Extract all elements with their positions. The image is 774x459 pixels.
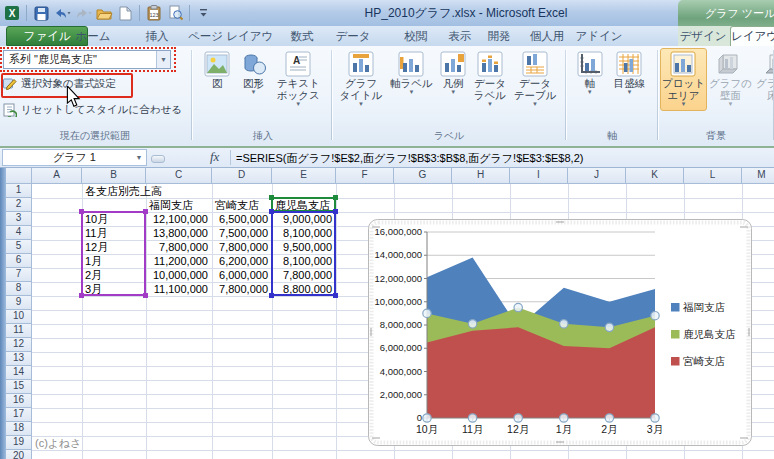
cell-D6[interactable]: 6,200,000 [212, 254, 272, 268]
tab-page-layout[interactable]: ページ レイアウト [188, 26, 272, 46]
row-header-2[interactable]: 2 [6, 198, 32, 212]
column-header-L[interactable]: L [684, 168, 742, 184]
print-preview-icon[interactable] [166, 4, 184, 22]
row-header-17[interactable]: 17 [6, 408, 32, 422]
cell-B3[interactable]: 10月 [82, 212, 146, 226]
shapes-button[interactable]: 図形▼ [239, 48, 269, 111]
tab-developer[interactable]: 開発 [477, 26, 521, 46]
row-header-8[interactable]: 8 [6, 282, 32, 296]
undo-icon[interactable] [53, 4, 71, 22]
cell-E6[interactable]: 8,100,000 [272, 254, 336, 268]
cell-E2[interactable]: 鹿児島支店 [272, 198, 336, 212]
textbox-button[interactable]: Aテキストボックス▼ [275, 48, 322, 111]
cell-C7[interactable]: 10,000,000 [146, 268, 212, 282]
gridlines-button[interactable]: 目盛線▼ [612, 48, 648, 99]
insert-function-icon[interactable]: fx [210, 149, 219, 165]
qat-customize-icon[interactable] [195, 4, 213, 22]
cell-B4[interactable]: 11月 [82, 226, 146, 240]
cell-C5[interactable]: 7,800,000 [146, 240, 212, 254]
column-header-B[interactable]: B [82, 168, 146, 184]
row-header-18[interactable]: 18 [6, 422, 32, 436]
tab-formulas[interactable]: 数式 [276, 26, 328, 46]
tab-layout[interactable]: レイアウト [730, 26, 774, 46]
row-header-1[interactable]: 1 [6, 184, 32, 198]
tab-design[interactable]: デザイン [676, 26, 730, 46]
save-icon[interactable] [32, 4, 50, 22]
cell-E8[interactable]: 8,800,000 [272, 282, 336, 296]
formula-bar-handle[interactable] [151, 155, 165, 163]
row-header-14[interactable]: 14 [6, 366, 32, 380]
row-header-15[interactable]: 15 [6, 380, 32, 394]
row-header-9[interactable]: 9 [6, 296, 32, 310]
legend-button[interactable]: 凡例▼ [438, 48, 468, 111]
tab-addins[interactable]: アドイン [571, 26, 627, 46]
data-labels-button[interactable]: データラベル▼ [472, 48, 508, 111]
row-header-11[interactable]: 11 [6, 324, 32, 338]
row-header-20[interactable]: 20 [6, 450, 32, 459]
name-box[interactable]: グラフ 1 ▼ [2, 149, 147, 166]
column-header-G[interactable]: G [394, 168, 452, 184]
redo-icon[interactable] [74, 4, 92, 22]
tab-home[interactable]: ホーム [66, 26, 120, 46]
column-header-M[interactable]: M [742, 168, 774, 184]
axis-labels-button[interactable]: 軸ラベル▼ [388, 48, 435, 111]
tab-insert[interactable]: 挿入 [130, 26, 184, 46]
name-box-dropdown-icon[interactable]: ▼ [133, 151, 145, 164]
cell-C3[interactable]: 12,100,000 [146, 212, 212, 226]
chart[interactable]: 02,000,0004,000,0006,000,0008,000,00010,… [368, 219, 752, 446]
chart-title-button[interactable]: グラフタイトル▼ [338, 48, 385, 111]
row-header-4[interactable]: 4 [6, 226, 32, 240]
cell-B1[interactable]: 各支店別売上高 [82, 184, 210, 198]
data-table-button[interactable]: データテーブル▼ [512, 48, 559, 111]
row-header-10[interactable]: 10 [6, 310, 32, 324]
tab-personal[interactable]: 個人用 [521, 26, 573, 46]
cell-D5[interactable]: 7,800,000 [212, 240, 272, 254]
reset-to-match-style-button[interactable]: リセットしてスタイルに合わせる [3, 103, 182, 117]
column-header-I[interactable]: I [510, 168, 568, 184]
axes-button[interactable]: 軸▼ [575, 48, 605, 99]
paste-values-icon[interactable]: 123 [145, 4, 163, 22]
cell-C2[interactable]: 福岡支店 [146, 198, 212, 212]
cell-B5[interactable]: 12月 [82, 240, 146, 254]
column-header-D[interactable]: D [212, 168, 272, 184]
column-header-K[interactable]: K [626, 168, 684, 184]
tab-review[interactable]: 校閲 [392, 26, 440, 46]
cell-E4[interactable]: 8,100,000 [272, 226, 336, 240]
cell-C6[interactable]: 11,200,000 [146, 254, 212, 268]
cell-E5[interactable]: 9,500,000 [272, 240, 336, 254]
excel-logo-icon[interactable]: X [3, 4, 21, 22]
row-header-7[interactable]: 7 [6, 268, 32, 282]
row-header-16[interactable]: 16 [6, 394, 32, 408]
row-header-5[interactable]: 5 [6, 240, 32, 254]
cell-B6[interactable]: 1月 [82, 254, 146, 268]
open-folder-icon[interactable] [95, 4, 113, 22]
column-header-H[interactable]: H [452, 168, 510, 184]
plot-area-button[interactable]: プロットエリア▼ [660, 48, 707, 111]
column-header-A[interactable]: A [32, 168, 82, 184]
new-document-icon[interactable] [116, 4, 134, 22]
format-selection-button[interactable]: 選択対象の書式設定 [3, 77, 116, 91]
cell-D3[interactable]: 6,500,000 [212, 212, 272, 226]
cell-B7[interactable]: 2月 [82, 268, 146, 282]
select-all-corner[interactable] [6, 168, 32, 184]
cell-C4[interactable]: 13,800,000 [146, 226, 212, 240]
formula-input[interactable]: =SERIES(面グラフ!$E$2,面グラフ!$B$3:$B$8,面グラフ!$E… [236, 151, 770, 166]
column-header-J[interactable]: J [568, 168, 626, 184]
cell-C8[interactable]: 11,100,000 [146, 282, 212, 296]
chart-element-combo[interactable]: 系列 "鹿児島支店" ▼ [3, 50, 171, 69]
column-header-E[interactable]: E [272, 168, 336, 184]
cell-D7[interactable]: 6,000,000 [212, 268, 272, 282]
row-header-6[interactable]: 6 [6, 254, 32, 268]
row-header-3[interactable]: 3 [6, 212, 32, 226]
cell-D8[interactable]: 7,800,000 [212, 282, 272, 296]
column-header-C[interactable]: C [146, 168, 212, 184]
picture-button[interactable]: 図 [202, 48, 232, 111]
row-header-13[interactable]: 13 [6, 352, 32, 366]
cell-B8[interactable]: 3月 [82, 282, 146, 296]
cell-D2[interactable]: 宮崎支店 [212, 198, 272, 212]
cell-D4[interactable]: 7,500,000 [212, 226, 272, 240]
cell-E7[interactable]: 7,800,000 [272, 268, 336, 282]
row-header-12[interactable]: 12 [6, 338, 32, 352]
cell-E3[interactable]: 9,000,000 [272, 212, 336, 226]
tab-data[interactable]: データ [328, 26, 378, 46]
